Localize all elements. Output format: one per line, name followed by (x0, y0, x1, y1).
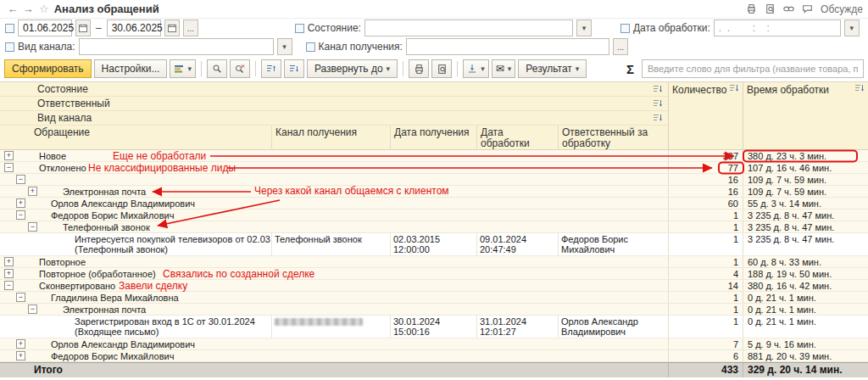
detail-row[interactable]: Интересуется покупкой телевизоров от 02.… (0, 233, 868, 256)
expand-groups-button[interactable] (284, 59, 304, 78)
generate-button[interactable]: Сформировать (4, 59, 92, 78)
group-row[interactable]: −Сконвертировано14380 д. 16 ч. 42 мин. (0, 280, 868, 292)
group-row[interactable]: −Федоров Борис Михайлович13 235 д. 8 ч. … (0, 210, 868, 221)
collapse-minus-icon[interactable]: − (28, 222, 37, 232)
period-dash: – (96, 22, 102, 34)
state-field[interactable] (364, 20, 573, 36)
period-to-calendar-button[interactable] (164, 20, 180, 36)
print-icon[interactable] (746, 3, 757, 14)
group-cell: +Новое (0, 150, 668, 161)
expand-plus-icon[interactable]: + (4, 257, 14, 266)
group-row[interactable]: +Федоров Борис Михайлович6881 д. 20 ч. 3… (0, 350, 868, 362)
responsible-cell: Федоров Борис Михайлович (558, 233, 668, 255)
channel-kind-dropdown-button[interactable]: ▾ (277, 38, 292, 55)
print-button[interactable] (409, 59, 429, 78)
processing-date-dropdown-button[interactable]: ▾ (844, 20, 860, 36)
channel-cell (271, 316, 390, 338)
search-cancel-icon (235, 64, 245, 74)
group-band-responsible[interactable]: Ответственный (0, 97, 668, 111)
state-checkbox[interactable] (295, 24, 304, 33)
count-cell: 1 (668, 210, 743, 221)
favorite-star-icon[interactable]: ☆ (39, 3, 49, 15)
detail-row[interactable]: Зарегистрирован вход в 1С от 30.01.2024(… (0, 316, 868, 338)
back-button[interactable]: ← (5, 2, 20, 17)
expand-plus-icon[interactable]: + (16, 351, 25, 360)
discussions-icon[interactable] (802, 3, 813, 14)
column-header-date-processed[interactable]: Дата обработки (476, 126, 558, 150)
report-variants-button[interactable]: ▾ (170, 59, 196, 78)
group-row[interactable]: +Новое337380 д. 23 ч. 3 мин. (0, 150, 868, 162)
column-header-channel[interactable]: Канал получения (271, 126, 390, 150)
column-header-request[interactable]: Обращение (0, 126, 271, 150)
sort-icon[interactable] (854, 84, 865, 93)
group-row[interactable]: −Телефонный звонок13 235 д. 8 ч. 47 мин. (0, 221, 868, 233)
preview-icon[interactable] (765, 3, 776, 14)
processing-date-field[interactable]: . . : : (714, 20, 841, 36)
period-from-calendar-button[interactable] (75, 20, 91, 36)
column-header-count[interactable]: Количество (668, 82, 743, 150)
collapse-minus-icon[interactable]: − (16, 175, 25, 184)
period-checkbox[interactable] (5, 24, 14, 33)
group-band-state[interactable]: Состояние (0, 82, 668, 97)
group-row[interactable]: −Электронная почта10 д. 21 ч. 1 мин. (0, 304, 868, 316)
sort-icon[interactable] (653, 85, 663, 94)
search-button[interactable] (207, 59, 227, 78)
state-dropdown-button[interactable]: ▾ (576, 20, 592, 36)
expand-plus-icon[interactable]: + (4, 151, 14, 160)
column-header-responsible[interactable]: Ответственный за обработку (558, 126, 668, 150)
expand-plus-icon[interactable]: + (16, 339, 25, 349)
channel-received-more-button[interactable]: ... (613, 38, 628, 55)
channel-kind-checkbox[interactable] (5, 42, 14, 52)
group-cell: +Федоров Борис Михайлович (0, 350, 668, 361)
search-cancel-button[interactable] (230, 59, 250, 78)
period-more-button[interactable]: ... (183, 20, 198, 36)
collapse-minus-icon[interactable]: − (16, 210, 25, 220)
expand-to-button[interactable]: Развернуть до▾ (307, 59, 398, 78)
sort-icon[interactable] (653, 99, 663, 109)
group-row[interactable]: +Повторное160 д. 8 ч. 33 мин. (0, 256, 868, 268)
redacted-channel-value (275, 318, 363, 326)
forward-button[interactable]: → (20, 2, 36, 17)
channel-received-checkbox[interactable] (306, 42, 315, 52)
sort-icon[interactable] (653, 114, 663, 123)
channel-received-field[interactable] (406, 38, 609, 55)
quick-filter-input[interactable] (642, 59, 864, 78)
expand-plus-icon[interactable]: + (4, 269, 14, 278)
print-preview-button[interactable] (431, 59, 452, 78)
group-row[interactable]: +Электронная почта16109 д. 7 ч. 59 мин. (0, 186, 868, 198)
expand-plus-icon[interactable]: + (28, 187, 37, 196)
column-header-date-received[interactable]: Дата получения (390, 126, 476, 150)
totals-sigma-button[interactable]: Σ (621, 62, 639, 76)
processing-date-checkbox[interactable] (620, 24, 630, 33)
sort-icon[interactable] (729, 84, 739, 93)
collapse-minus-icon[interactable]: − (4, 281, 14, 290)
group-row[interactable]: −16109 д. 7 ч. 59 мин. (0, 174, 868, 186)
group-band-channel-kind[interactable]: Вид канала (0, 111, 668, 126)
total-row[interactable]: Итого 433 329 д. 20 ч. 14 мин. (0, 362, 868, 377)
time-cell: 60 д. 8 ч. 33 мин. (743, 256, 868, 267)
email-button[interactable]: ✉▾ (492, 59, 516, 78)
export-button[interactable]: ▾ (463, 59, 489, 78)
collapse-minus-icon[interactable]: − (16, 293, 25, 302)
group-row[interactable]: −Гладилина Вера Михайловна10 д. 21 ч. 1 … (0, 292, 868, 304)
discussions-label[interactable]: Обсужде (821, 3, 863, 15)
count-cell: 60 (668, 198, 743, 209)
toolbar-separator (255, 61, 256, 76)
group-row[interactable]: +Повторное (обработанное)4188 д. 19 ч. 5… (0, 268, 868, 280)
collapse-minus-icon[interactable]: − (4, 163, 14, 172)
report-header: Состояние Ответственный Вид канала Обращ… (0, 81, 868, 150)
collapse-minus-icon[interactable]: − (28, 305, 37, 314)
period-from-field[interactable]: 01.06.2025 (18, 20, 72, 36)
expand-plus-icon[interactable]: + (16, 198, 25, 208)
group-row[interactable]: +Орлов Александр Владимирович75 д. 9 ч. … (0, 338, 868, 350)
result-button[interactable]: Результат▾ (518, 59, 587, 78)
period-to-field[interactable]: 30.06.2025 (107, 20, 161, 36)
total-label: Итого (0, 363, 668, 377)
column-header-time[interactable]: Время обработки (743, 82, 868, 150)
group-row[interactable]: +Орлов Александр Владимирович6055 д. 3 ч… (0, 198, 868, 210)
collapse-groups-button[interactable] (261, 59, 281, 78)
channel-kind-field[interactable] (79, 38, 274, 55)
group-row[interactable]: −Отклонено77107 д. 16 ч. 46 мин. (0, 162, 868, 174)
link-icon[interactable] (783, 3, 794, 14)
settings-button[interactable]: Настройки... (94, 59, 168, 78)
